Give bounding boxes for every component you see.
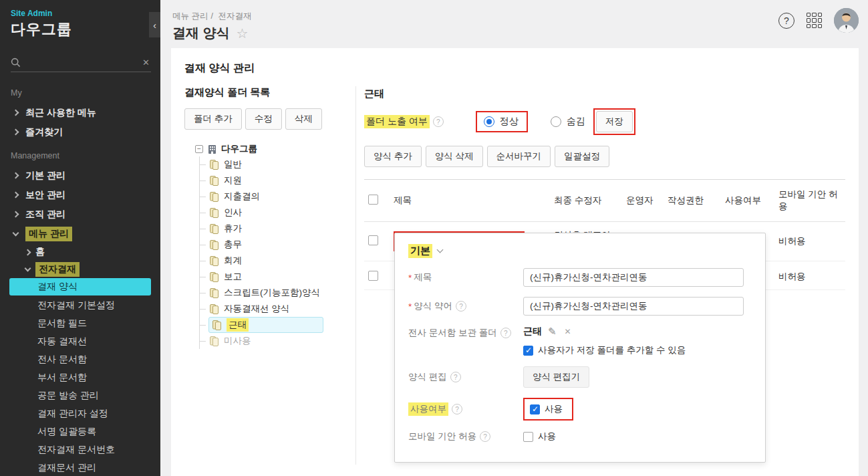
abbr-field-label: 양식 약어 bbox=[414, 300, 452, 312]
sidebar-item-eapproval[interactable]: 전자결재 bbox=[0, 261, 160, 278]
avatar-photo bbox=[834, 8, 859, 33]
sidebar-item-approval-admin-settings[interactable]: 결재 관리자 설정 bbox=[0, 404, 160, 423]
sidebar-item-dept-docbox[interactable]: 부서 문서함 bbox=[0, 368, 160, 386]
title-input[interactable] bbox=[523, 268, 744, 287]
field-row-abbr: *양식 약어? bbox=[408, 297, 752, 316]
sidebar-item-doc-number[interactable]: 전자결재 문서번호 bbox=[0, 441, 160, 459]
help-icon[interactable]: ? bbox=[450, 372, 461, 382]
chevron-right-icon bbox=[13, 192, 19, 199]
allow-user-folder-label[interactable]: 사용자가 저장 폴더를 추가할 수 있음 bbox=[538, 344, 686, 356]
folder-icon bbox=[211, 320, 223, 331]
allow-user-folder-checkbox[interactable] bbox=[523, 346, 533, 356]
help-icon[interactable]: ? bbox=[433, 116, 444, 127]
edit-folder-button[interactable]: 수정 bbox=[245, 108, 282, 130]
radio-hidden-label[interactable]: 숨김 bbox=[567, 116, 585, 128]
field-row-in-use: 사용여부? 사용 bbox=[408, 398, 752, 421]
abbr-input[interactable] bbox=[523, 297, 744, 316]
in-use-checkbox[interactable] bbox=[530, 404, 540, 414]
remove-x-icon[interactable]: ✕ bbox=[565, 327, 571, 336]
chevron-right-icon bbox=[13, 172, 19, 179]
row-checkbox[interactable] bbox=[368, 271, 378, 281]
search-clear-icon[interactable]: ✕ bbox=[141, 57, 151, 68]
user-avatar[interactable] bbox=[834, 8, 859, 33]
reorder-button[interactable]: 순서바꾸기 bbox=[487, 146, 551, 167]
in-use-checkbox-label[interactable]: 사용 bbox=[545, 403, 563, 415]
help-icon[interactable]: ? bbox=[500, 328, 511, 338]
folder-node-accounting[interactable]: 회계 bbox=[200, 253, 345, 269]
section-label-management: Management bbox=[0, 142, 160, 166]
sidebar-item-home[interactable]: 홈 bbox=[0, 243, 160, 261]
folder-node-script-forms[interactable]: 스크립트(기능포함)양식 bbox=[200, 285, 345, 301]
delete-form-button[interactable]: 양식 삭제 bbox=[426, 146, 483, 167]
form-editor-button[interactable]: 양식 편집기 bbox=[523, 366, 589, 388]
sidebar-item-eapproval-settings[interactable]: 전자결재 기본설정 bbox=[0, 296, 160, 314]
delete-folder-button[interactable]: 삭제 bbox=[285, 108, 322, 130]
row-checkbox[interactable] bbox=[368, 235, 378, 245]
breadcrumb-part[interactable]: 전자결재 bbox=[218, 11, 251, 21]
sidebar-item-docbox-fields[interactable]: 문서함 필드 bbox=[0, 314, 160, 332]
folder-node-report[interactable]: 보고 bbox=[200, 269, 345, 285]
help-icon[interactable]: ? bbox=[480, 431, 490, 442]
mobile-draft-checkbox-label[interactable]: 사용 bbox=[538, 431, 556, 443]
sidebar-item-signature-bulk[interactable]: 서명 일괄등록 bbox=[0, 423, 160, 441]
sidebar-collapse-button[interactable]: ‹ bbox=[149, 12, 160, 37]
add-form-button[interactable]: 양식 추가 bbox=[364, 146, 422, 167]
radio-hidden[interactable] bbox=[551, 116, 561, 127]
folder-panel: 결재양식 폴더 목록 폴더 추가 수정 삭제 − 다우그룹 일반 지원 bbox=[184, 86, 356, 465]
edit-pencil-icon[interactable]: ✎ bbox=[548, 326, 557, 338]
help-icon[interactable]: ? bbox=[452, 404, 462, 414]
tree-root-company[interactable]: − 다우그룹 bbox=[195, 143, 345, 155]
page-title: 결재 양식 bbox=[172, 24, 230, 42]
add-folder-button[interactable]: 폴더 추가 bbox=[184, 108, 242, 130]
folder-icon bbox=[208, 336, 220, 347]
popup-section-header[interactable]: 기본 bbox=[408, 244, 752, 258]
collapse-minus-icon[interactable]: − bbox=[195, 145, 203, 153]
sidebar-search-input[interactable] bbox=[25, 57, 137, 68]
breadcrumb-part[interactable]: 메뉴 관리 bbox=[172, 11, 208, 21]
folder-node-unused[interactable]: 미사용 bbox=[200, 333, 345, 349]
sidebar-item-org-mgmt[interactable]: 조직 관리 bbox=[0, 205, 160, 224]
sidebar-item-basic-mgmt[interactable]: 기본 관리 bbox=[0, 166, 160, 185]
folder-node-general[interactable]: 일반 bbox=[200, 156, 345, 172]
card-title: 결재 양식 관리 bbox=[184, 62, 845, 76]
red-annotation-box: 저장 bbox=[593, 108, 635, 135]
title-field-label: 제목 bbox=[414, 271, 432, 283]
sidebar-item-security-mgmt[interactable]: 보안 관리 bbox=[0, 185, 160, 205]
folder-node-general-affairs[interactable]: 총무 bbox=[200, 237, 345, 253]
sidebar-item-approval-forms[interactable]: 결재 양식 bbox=[9, 278, 151, 295]
sidebar-item-auto-approval-line[interactable]: 자동 결재선 bbox=[0, 332, 160, 350]
bulk-settings-button[interactable]: 일괄설정 bbox=[555, 146, 609, 167]
sidebar-item-menu-mgmt[interactable]: 메뉴 관리 bbox=[0, 224, 160, 243]
folder-node-attendance-selected[interactable]: 근태 bbox=[200, 317, 345, 333]
radio-normal[interactable] bbox=[484, 116, 494, 127]
archive-folder-control: 근태 ✎ ✕ 사용자가 저장 폴더를 추가할 수 있음 bbox=[523, 326, 686, 356]
select-all-checkbox[interactable] bbox=[368, 195, 378, 205]
help-icon[interactable]: ? bbox=[456, 301, 466, 312]
favorite-star-icon[interactable]: ☆ bbox=[237, 25, 249, 41]
save-button[interactable]: 저장 bbox=[596, 111, 633, 132]
folder-buttons: 폴더 추가 수정 삭제 bbox=[184, 108, 345, 130]
folder-icon bbox=[208, 271, 220, 283]
chevron-right-icon bbox=[25, 249, 31, 255]
field-row-title: *제목 bbox=[408, 268, 752, 287]
sidebar-item-favorites[interactable]: 즐겨찾기 bbox=[0, 122, 160, 142]
folder-node-vacation[interactable]: 휴가 bbox=[200, 221, 345, 237]
radio-normal-label[interactable]: 정상 bbox=[500, 116, 519, 128]
sidebar-item-approval-doc-mgmt[interactable]: 결재문서 관리 bbox=[0, 459, 160, 476]
folder-node-support[interactable]: 지원 bbox=[200, 172, 345, 189]
help-icon[interactable]: ? bbox=[778, 13, 794, 29]
folder-node-expense[interactable]: 지출결의 bbox=[200, 189, 345, 205]
sidebar-item-official-doc-mgmt[interactable]: 공문 발송 관리 bbox=[0, 386, 160, 404]
folder-node-auto-line-forms[interactable]: 자동결재선 양식 bbox=[200, 301, 345, 317]
field-row-mobile-draft: 모바일 기안 허용? 사용 bbox=[408, 431, 752, 443]
selected-folder-row[interactable]: 근태 bbox=[208, 317, 323, 333]
detail-folder-title: 근태 bbox=[364, 88, 845, 100]
mobile-draft-checkbox[interactable] bbox=[523, 432, 533, 442]
app-root: Site Admin 다우그룹 ‹ ✕ My 최근 사용한 메뉴 즐겨찾기 Ma… bbox=[0, 0, 868, 476]
sidebar-item-recent-menus[interactable]: 최근 사용한 메뉴 bbox=[0, 103, 160, 122]
apps-grid-icon[interactable] bbox=[807, 13, 822, 28]
field-row-archive-folder: 전사 문서함 보관 폴더? 근태 ✎ ✕ 사용자가 저장 폴더를 추가할 수 있… bbox=[408, 326, 752, 356]
folder-node-hr[interactable]: 인사 bbox=[200, 205, 345, 221]
sidebar-item-company-docbox[interactable]: 전사 문서함 bbox=[0, 350, 160, 368]
chevron-down-icon bbox=[25, 265, 31, 272]
